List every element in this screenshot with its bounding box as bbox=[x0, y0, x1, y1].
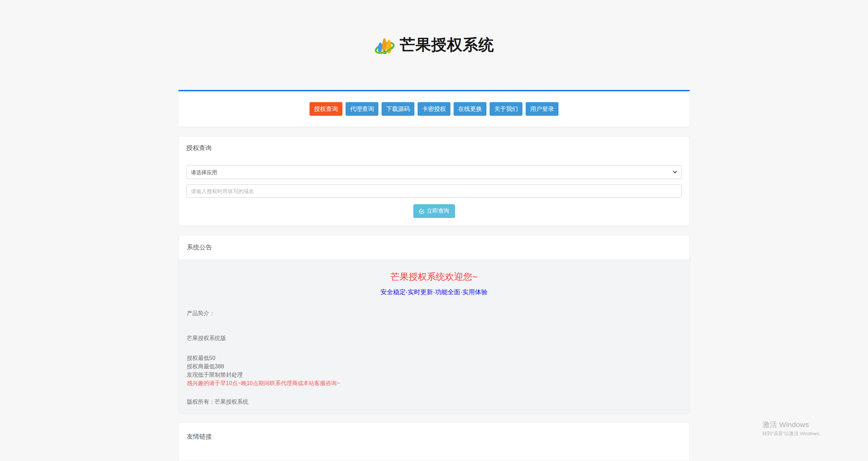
notice-intro-label: 产品简介： bbox=[187, 309, 681, 318]
notice-line: 发现低于限制禁封处理 bbox=[187, 371, 681, 379]
watermark-title: 激活 Windows bbox=[762, 420, 824, 429]
watermark-subtitle: 转到“设置”以激活 Windows。 bbox=[762, 430, 824, 437]
site-title: 芒果授权系统 bbox=[400, 35, 494, 55]
system-notice-card: 系统公告 芒果授权系统欢迎您~ 安全稳定·实时更新·功能全面·实用体验 产品简介… bbox=[178, 235, 690, 413]
query-submit-button[interactable]: 立即查询 bbox=[413, 204, 455, 218]
main-nav: 授权查询 代理查询 下载源码 卡密授权 在线更换 关于我们 用户登录 bbox=[178, 91, 690, 127]
check-circle-icon bbox=[419, 208, 425, 214]
app-select[interactable]: 请选择应用 bbox=[186, 165, 682, 179]
notice-product-name: 芒果授权系统版 bbox=[187, 334, 681, 342]
system-notice-body: 芒果授权系统欢迎您~ 安全稳定·实时更新·功能全面·实用体验 产品简介： 芒果授… bbox=[179, 259, 689, 413]
mango-logo-icon bbox=[374, 35, 395, 55]
notice-copyright: 版权所有：芒果授权系统 bbox=[187, 398, 681, 406]
notice-price-block: 授权最低50 授权商最低388 发现低于限制禁封处理 感兴趣的请于早10点~晚1… bbox=[187, 354, 681, 388]
query-submit-label: 立即查询 bbox=[427, 207, 449, 215]
nav-item-card-auth[interactable]: 卡密授权 bbox=[418, 102, 450, 116]
system-notice-card-title: 系统公告 bbox=[179, 235, 689, 259]
nav-item-online-swap[interactable]: 在线更换 bbox=[454, 102, 486, 116]
friendly-links-card-title: 友情链接 bbox=[187, 432, 681, 441]
site-header: 芒果授权系统 bbox=[0, 0, 868, 90]
query-actions: 立即查询 bbox=[186, 204, 682, 218]
notice-line: 授权商最低388 bbox=[187, 362, 681, 371]
auth-query-card: 授权查询 请选择应用 立即查询 bbox=[178, 136, 690, 226]
notice-line: 授权最低50 bbox=[187, 354, 681, 362]
brand: 芒果授权系统 bbox=[374, 35, 494, 55]
notice-highlight-line: 感兴趣的请于早10点~晚10点期间联系代理商或本站客服咨询~ bbox=[187, 379, 681, 388]
nav-item-auth-query[interactable]: 授权查询 bbox=[310, 102, 342, 116]
notice-subtitle: 安全稳定·实时更新·功能全面·实用体验 bbox=[187, 288, 681, 296]
auth-query-card-title: 授权查询 bbox=[186, 144, 682, 152]
nav-item-download-src[interactable]: 下载源码 bbox=[382, 102, 414, 116]
nav-item-agent-query[interactable]: 代理查询 bbox=[346, 102, 378, 116]
friendly-links-card: 友情链接 bbox=[178, 423, 690, 461]
notice-welcome-title: 芒果授权系统欢迎您~ bbox=[187, 271, 681, 283]
domain-input[interactable] bbox=[186, 184, 682, 198]
app-select-wrap: 请选择应用 bbox=[186, 165, 682, 179]
nav-item-user-login[interactable]: 用户登录 bbox=[526, 102, 558, 116]
windows-activation-watermark: 激活 Windows 转到“设置”以激活 Windows。 bbox=[762, 420, 824, 437]
nav-item-about-us[interactable]: 关于我们 bbox=[490, 102, 522, 116]
